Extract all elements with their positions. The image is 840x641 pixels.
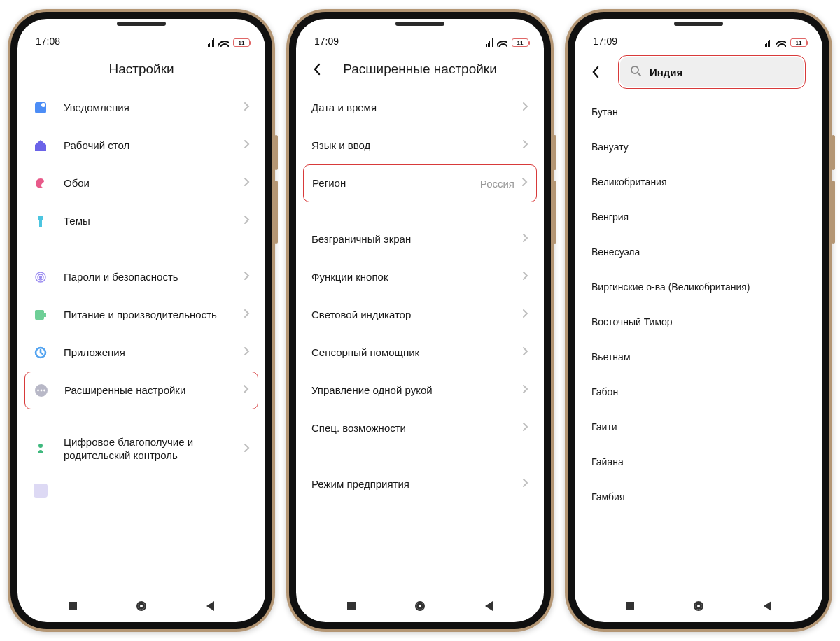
row-label: Безграничный экран bbox=[312, 233, 522, 246]
region-item[interactable]: Великобритания bbox=[575, 164, 822, 199]
settings-row[interactable]: Световой индикатор bbox=[296, 296, 544, 334]
search-field[interactable]: Индия bbox=[618, 55, 806, 89]
settings-row[interactable]: Функции кнопок bbox=[296, 258, 544, 296]
region-item[interactable]: Вануату bbox=[575, 129, 822, 164]
settings-row[interactable]: Обои bbox=[18, 164, 265, 202]
svg-point-6 bbox=[40, 276, 42, 279]
region-item[interactable]: Гамбия bbox=[575, 479, 822, 514]
clock: 17:09 bbox=[593, 36, 617, 47]
settings-row[interactable]: Темы bbox=[18, 202, 265, 240]
phone-speaker bbox=[117, 22, 166, 26]
region-item[interactable]: Восточный Тимор bbox=[575, 304, 822, 339]
row-icon bbox=[33, 307, 48, 323]
settings-row[interactable]: Безграничный экран bbox=[296, 220, 544, 258]
region-list[interactable]: Бутан Вануату Великобритания Венгрия Вен… bbox=[575, 94, 822, 590]
settings-row[interactable]: Уведомления bbox=[18, 89, 265, 127]
region-item[interactable]: Гаити bbox=[575, 409, 822, 444]
phone-speaker bbox=[396, 22, 444, 26]
row-label: Управление одной рукой bbox=[312, 384, 522, 397]
back-button[interactable] bbox=[309, 61, 326, 78]
chevron-right-icon bbox=[522, 101, 528, 114]
recents-button[interactable] bbox=[626, 602, 634, 610]
svg-point-1 bbox=[41, 103, 46, 107]
volume-button bbox=[553, 135, 556, 170]
chevron-right-icon bbox=[522, 139, 528, 152]
settings-row[interactable]: Дата и время bbox=[296, 89, 544, 127]
region-item[interactable]: Венгрия bbox=[575, 199, 822, 234]
search-query: Индия bbox=[650, 66, 682, 78]
page-title: Расширенные настройки bbox=[343, 62, 497, 77]
row-icon bbox=[33, 100, 48, 115]
svg-point-12 bbox=[41, 390, 43, 392]
settings-row[interactable]: Пароли и безопасность bbox=[18, 258, 265, 296]
row-icon bbox=[33, 484, 48, 498]
settings-row-partial[interactable] bbox=[18, 484, 265, 498]
home-button[interactable] bbox=[136, 601, 146, 611]
svg-rect-2 bbox=[38, 216, 43, 220]
region-label: Венесуэла bbox=[592, 246, 640, 258]
home-button[interactable] bbox=[694, 601, 704, 611]
region-label: Гайана bbox=[592, 456, 624, 467]
row-icon bbox=[33, 269, 48, 285]
settings-row[interactable]: Регион Россия bbox=[303, 164, 537, 202]
row-label: Световой индикатор bbox=[312, 309, 522, 322]
settings-row[interactable]: Расширенные настройки bbox=[24, 372, 258, 409]
settings-row[interactable]: Спец. возможности bbox=[296, 409, 544, 447]
chevron-right-icon bbox=[244, 215, 250, 227]
region-label: Великобритания bbox=[592, 176, 667, 188]
region-item[interactable]: Венесуэла bbox=[575, 234, 822, 269]
region-item[interactable]: Виргинские о-ва (Великобритания) bbox=[575, 269, 822, 304]
region-item[interactable]: Габон bbox=[575, 374, 822, 409]
settings-row[interactable]: Питание и производительность bbox=[18, 296, 265, 334]
back-button[interactable] bbox=[764, 601, 771, 611]
recents-button[interactable] bbox=[347, 602, 356, 610]
row-icon bbox=[33, 345, 48, 360]
chevron-right-icon bbox=[243, 384, 249, 397]
settings-row[interactable]: Цифровое благополучие и родительский кон… bbox=[18, 428, 265, 471]
settings-row[interactable]: Управление одной рукой bbox=[296, 372, 544, 409]
power-button bbox=[274, 181, 278, 244]
phone-1: 17:08 11 Настройки Уведомления bbox=[8, 9, 275, 632]
settings-row[interactable]: Рабочий стол bbox=[18, 127, 265, 164]
row-label: Темы bbox=[64, 215, 244, 228]
chevron-right-icon bbox=[522, 233, 528, 246]
row-label: Спец. возможности bbox=[312, 422, 522, 435]
region-label: Вьетнам bbox=[592, 351, 631, 362]
svg-point-14 bbox=[38, 444, 43, 448]
row-label: Режим предприятия bbox=[312, 478, 522, 491]
region-item[interactable]: Бутан bbox=[575, 94, 822, 129]
settings-list[interactable]: Уведомления Рабочий стол bbox=[18, 89, 265, 590]
row-icon bbox=[33, 138, 48, 153]
battery-icon: 11 bbox=[512, 38, 528, 47]
settings-row[interactable]: Язык и ввод bbox=[296, 127, 544, 164]
page-title: Настройки bbox=[108, 62, 174, 77]
phone-3: 17:09 11 Индия Бутан bbox=[565, 9, 832, 632]
chevron-right-icon bbox=[522, 309, 528, 321]
settings-row[interactable]: Приложения bbox=[18, 334, 265, 372]
row-label: Обои bbox=[64, 177, 244, 190]
chevron-right-icon bbox=[522, 177, 528, 190]
svg-rect-3 bbox=[39, 220, 42, 227]
settings-row[interactable]: Сенсорный помощник bbox=[296, 334, 544, 372]
recents-button[interactable] bbox=[69, 602, 77, 610]
row-label: Язык и ввод bbox=[312, 139, 522, 153]
back-button[interactable] bbox=[587, 64, 604, 80]
region-label: Восточный Тимор bbox=[592, 316, 673, 327]
settings-row[interactable]: Режим предприятия bbox=[296, 465, 544, 503]
back-button[interactable] bbox=[206, 601, 214, 611]
search-icon bbox=[630, 64, 641, 80]
screen-header: Настройки bbox=[18, 50, 265, 89]
chevron-right-icon bbox=[244, 101, 250, 114]
phone-2: 17:09 11 Расширенные настройки Дата и вр… bbox=[286, 9, 554, 632]
chevron-right-icon bbox=[522, 346, 528, 359]
home-button[interactable] bbox=[415, 601, 425, 611]
phone-speaker bbox=[674, 22, 723, 26]
back-button[interactable] bbox=[485, 601, 493, 611]
region-item[interactable]: Гайана bbox=[575, 444, 822, 479]
signal-icon bbox=[208, 38, 214, 47]
clock: 17:08 bbox=[36, 36, 60, 47]
row-label: Уведомления bbox=[64, 101, 244, 115]
region-item[interactable]: Вьетнам bbox=[575, 339, 822, 374]
settings-list[interactable]: Дата и время Язык и ввод Регион Россия bbox=[296, 89, 544, 590]
region-label: Гамбия bbox=[592, 491, 624, 502]
